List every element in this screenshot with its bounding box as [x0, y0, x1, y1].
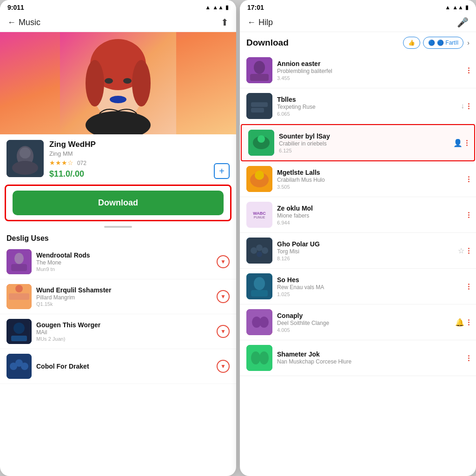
- download-icon-1[interactable]: ↓: [461, 102, 464, 110]
- r-sub-8: Nan Muskchap Corcese Hlure: [277, 358, 463, 365]
- svg-point-27: [254, 61, 265, 74]
- r-info-7: Conaply Deel Soithlite Clange 4.005: [277, 312, 450, 333]
- list-item-2: Wund Erqulil Sshamster Pillard Mangrim Q…: [0, 279, 236, 314]
- svg-point-40: [256, 245, 263, 251]
- mic-icon[interactable]: 🎤: [457, 17, 469, 28]
- r-info-6: So Hes Rew Enau vals MA 1.025: [277, 276, 463, 297]
- r-info-0: Annion easter Problembling baliterfel 3.…: [277, 60, 463, 81]
- add-button[interactable]: +: [214, 163, 230, 179]
- right-status-icons: ▲ ▲▲ ▮: [445, 4, 469, 11]
- product-info: Zing WedHP Zing MM ★★★☆ 072 $11.0/.00 +: [0, 134, 236, 185]
- r-wifi-icon: ▲: [445, 4, 450, 11]
- list-thumb-4: [7, 354, 32, 379]
- product-subtitle: Zing MM: [49, 150, 208, 157]
- part-label: 🔵 FartII: [437, 40, 458, 46]
- more-dots-icon-2[interactable]: [466, 140, 468, 146]
- more-dots-icon-3[interactable]: [468, 176, 469, 182]
- svg-point-37: [255, 171, 264, 180]
- list-item-4: Cobol For Draket ▼: [0, 349, 236, 384]
- download-section: Download: [5, 185, 231, 221]
- svg-point-51: [259, 351, 269, 364]
- more-dots-icon-5[interactable]: [468, 248, 469, 254]
- download-header: Download 👍 🔵 🔵 FartII ›: [240, 32, 476, 53]
- r-actions-1: ↓: [461, 102, 469, 110]
- list-action-3[interactable]: ▼: [217, 325, 230, 338]
- star-icon-5[interactable]: ☆: [458, 246, 464, 255]
- r-title-8: Shameter Jok: [277, 350, 463, 358]
- r-info-1: Tblles Texpeting Ruse 6.065: [277, 96, 456, 117]
- more-dots-icon-1[interactable]: [468, 103, 469, 109]
- r-info-8: Shameter Jok Nan Muskchap Corcese Hlure: [277, 350, 463, 366]
- list-info-1: Wendrootal Rods The Mone Mun9 tn: [36, 251, 212, 272]
- left-time: 9:011: [7, 4, 24, 11]
- r-info-4: Ze oklu Mol Mione fabers 6.944: [277, 205, 463, 225]
- battery-icon: ▮: [225, 4, 229, 11]
- r-signal-icon: ▲▲: [452, 4, 463, 11]
- more-dots-icon-6[interactable]: [468, 284, 469, 290]
- svg-point-7: [110, 96, 126, 103]
- share-icon[interactable]: ⬆: [221, 17, 229, 28]
- part-icon: 🔵: [428, 40, 435, 46]
- svg-rect-30: [251, 102, 268, 107]
- right-status-bar: 17:01 ▲ ▲▲ ▮: [240, 0, 476, 13]
- right-list-item-2-highlighted: Sounter byl lSay Crabilier in oriebels 6…: [241, 124, 475, 161]
- more-dots-icon-8[interactable]: [468, 355, 469, 361]
- part2-filter-btn[interactable]: 🔵 🔵 FartII: [423, 37, 463, 49]
- right-list-item-7: Conaply Deel Soithlite Clange 4.005 🔔: [240, 304, 476, 340]
- header-title: Music: [19, 18, 40, 27]
- list-action-2[interactable]: ▼: [217, 290, 230, 303]
- list-title-2: Wund Erqulil Sshamster: [36, 286, 212, 294]
- product-title: Zing WedHP: [49, 140, 208, 149]
- list-action-1[interactable]: ▼: [217, 255, 230, 268]
- product-thumbnail: [7, 140, 44, 177]
- more-dots-icon-0[interactable]: [468, 67, 469, 73]
- r-thumb-8: [246, 345, 272, 371]
- left-header: ← Music ⬆: [0, 13, 236, 32]
- r-thumb-3: [246, 166, 272, 192]
- svg-point-44: [254, 277, 265, 290]
- right-phone: 17:01 ▲ ▲▲ ▮ ← Hilp 🎤 Download 👍: [240, 0, 476, 476]
- r-num-4: 6.944: [277, 220, 463, 225]
- right-back-button[interactable]: ← Hilp: [247, 18, 273, 27]
- product-details: Zing WedHP Zing MM ★★★☆ 072 $11.0/.00: [49, 140, 208, 179]
- svg-point-42: [257, 251, 262, 257]
- list-thumb-1: [7, 249, 32, 274]
- phones-container: 9:011 ▲ ▲▲ ▮ ← Music ⬆: [0, 0, 476, 476]
- list-sub-3: MAil: [36, 329, 212, 336]
- r-info-5: Gho Polar UG Torg Misi 8.126: [277, 240, 453, 261]
- svg-point-20: [13, 323, 25, 334]
- filter-buttons: 👍 🔵 🔵 FartII ›: [403, 37, 469, 49]
- list-item: Wendrootal Rods The Mone Mun9 tn ▼: [0, 245, 236, 279]
- list-title-1: Wendrootal Rods: [36, 251, 212, 259]
- svg-point-12: [20, 147, 31, 159]
- r-title-4: Ze oklu Mol: [277, 205, 463, 212]
- list-action-4[interactable]: ▼: [217, 360, 230, 373]
- svg-point-3: [86, 60, 104, 106]
- svg-point-18: [15, 285, 23, 292]
- hero-image: [0, 32, 236, 134]
- r-num-2: 6.125: [279, 148, 449, 153]
- left-status-bar: 9:011 ▲ ▲▲ ▮: [0, 0, 236, 13]
- like-filter-btn[interactable]: 👍: [403, 37, 420, 49]
- r-info-2: Sounter byl lSay Crabilier in oriebels 6…: [279, 132, 449, 153]
- svg-point-14: [14, 253, 24, 264]
- right-list-item-1: Tblles Texpeting Ruse 6.065 ↓: [240, 88, 476, 124]
- download-button[interactable]: Download: [13, 191, 224, 215]
- svg-point-34: [258, 135, 265, 143]
- svg-point-41: [262, 247, 268, 254]
- left-status-icons: ▲ ▲▲ ▮: [205, 4, 229, 11]
- list-thumb-3: [7, 319, 32, 344]
- back-button[interactable]: ← Music: [7, 18, 40, 27]
- filter-chevron-icon[interactable]: ›: [467, 39, 469, 46]
- person-icon-2[interactable]: 👤: [453, 139, 463, 147]
- list-thumb-2: [7, 284, 32, 309]
- more-dots-icon-7[interactable]: [468, 319, 469, 325]
- svg-point-25: [21, 363, 28, 370]
- more-dots-icon-4[interactable]: [468, 212, 469, 218]
- svg-rect-31: [251, 108, 264, 112]
- r-actions-7: 🔔: [455, 318, 469, 327]
- list-title-4: Cobol For Draket: [36, 363, 212, 370]
- right-list-item-6: So Hes Rew Enau vals MA 1.025: [240, 269, 476, 304]
- bell-icon-7[interactable]: 🔔: [455, 318, 464, 327]
- r-sub-3: Crabilarh Mus Hulo: [277, 177, 463, 183]
